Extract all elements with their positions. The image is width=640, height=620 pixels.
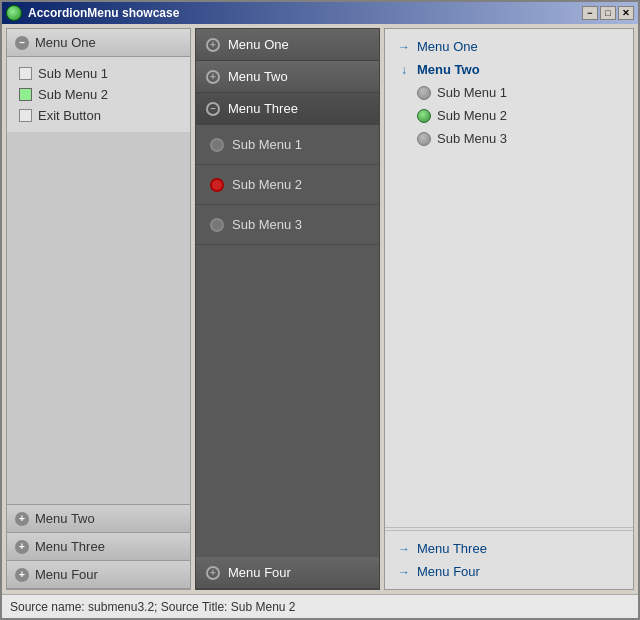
left-menu-one-label: Menu One <box>35 35 96 50</box>
status-bar: Source name: submenu3.2; Source Title: S… <box>2 594 638 618</box>
right-menu-four-item[interactable]: → Menu Four <box>393 560 625 583</box>
right-panel: → Menu One ↓ Menu Two Sub Menu 1 Sub Men… <box>384 28 634 590</box>
green-circle-icon <box>417 109 431 123</box>
mid-menu-one-label: Menu One <box>228 37 289 52</box>
left-menu-three-label: Menu Three <box>35 539 105 554</box>
list-item[interactable]: Sub Menu 2 <box>413 104 625 127</box>
submenu1-checkbox[interactable] <box>19 67 32 80</box>
left-menu-four-header[interactable]: + Menu Four <box>7 561 190 589</box>
list-item[interactable]: Sub Menu 3 <box>413 127 625 150</box>
plus-icon: + <box>206 38 220 52</box>
mid-menu-one-header[interactable]: + Menu One <box>196 29 379 61</box>
radio-icon <box>210 138 224 152</box>
plus-icon: + <box>206 70 220 84</box>
list-item[interactable]: Sub Menu 1 <box>413 81 625 104</box>
list-item[interactable]: Sub Menu 2 <box>196 165 379 205</box>
mid-menu-three-submenu: Sub Menu 1 Sub Menu 2 Sub Menu 3 <box>196 125 379 245</box>
grey-circle-icon <box>417 132 431 146</box>
close-button[interactable]: ✕ <box>618 6 634 20</box>
right-menu-four-label: Menu Four <box>417 564 480 579</box>
right-submenu2-label: Sub Menu 2 <box>437 108 507 123</box>
grey-circle-icon <box>417 86 431 100</box>
mid-submenu1-label: Sub Menu 1 <box>232 137 302 152</box>
mid-menu-two-label: Menu Two <box>228 69 288 84</box>
radio-active-icon <box>210 178 224 192</box>
plus-icon: + <box>15 568 29 582</box>
window-controls: − □ ✕ <box>582 6 634 20</box>
mid-menu-four-label: Menu Four <box>228 565 291 580</box>
right-submenu3-label: Sub Menu 3 <box>437 131 507 146</box>
exit-label: Exit Button <box>38 108 101 123</box>
mid-menu-two-header[interactable]: + Menu Two <box>196 61 379 93</box>
main-content: – Menu One Sub Menu 1 Sub Menu 2 Exit Bu… <box>2 24 638 594</box>
mid-spacer <box>196 245 379 557</box>
exit-checkbox[interactable] <box>19 109 32 122</box>
list-item[interactable]: Sub Menu 1 <box>196 125 379 165</box>
left-menu-two-header[interactable]: + Menu Two <box>7 505 190 533</box>
left-menu-one-header[interactable]: – Menu One <box>7 29 190 57</box>
list-item[interactable]: Exit Button <box>15 105 182 126</box>
mid-menu-three-header[interactable]: – Menu Three <box>196 93 379 125</box>
title-bar: AccordionMenu showcase − □ ✕ <box>2 2 638 24</box>
plus-icon: + <box>206 566 220 580</box>
arrow-down-icon: ↓ <box>397 63 411 77</box>
right-menu-one-item[interactable]: → Menu One <box>393 35 625 58</box>
arrow-right-icon: → <box>397 542 411 556</box>
submenu2-label: Sub Menu 2 <box>38 87 108 102</box>
arrow-right-icon: → <box>397 565 411 579</box>
left-menu-one-body: Sub Menu 1 Sub Menu 2 Exit Button <box>7 57 190 132</box>
left-menu-four-label: Menu Four <box>35 567 98 582</box>
minimize-button[interactable]: − <box>582 6 598 20</box>
right-menu-two-item[interactable]: ↓ Menu Two <box>393 58 625 81</box>
app-icon <box>6 5 22 21</box>
list-item[interactable]: Sub Menu 1 <box>15 63 182 84</box>
right-bottom-section: → Menu Three → Menu Four <box>385 530 633 589</box>
restore-button[interactable]: □ <box>600 6 616 20</box>
left-bottom-headers: + Menu Two + Menu Three + Menu Four <box>7 504 190 589</box>
plus-icon: + <box>15 540 29 554</box>
right-top-section: → Menu One ↓ Menu Two Sub Menu 1 Sub Men… <box>385 29 633 525</box>
left-menu-two-label: Menu Two <box>35 511 95 526</box>
plus-icon: + <box>15 512 29 526</box>
main-window: AccordionMenu showcase − □ ✕ – Menu One … <box>0 0 640 620</box>
left-menu-three-header[interactable]: + Menu Three <box>7 533 190 561</box>
arrow-right-icon: → <box>397 40 411 54</box>
status-text: Source name: submenu3.2; Source Title: S… <box>10 600 296 614</box>
list-item[interactable]: Sub Menu 2 <box>15 84 182 105</box>
radio-icon <box>210 218 224 232</box>
middle-panel: + Menu One + Menu Two – Menu Three Sub M… <box>195 28 380 590</box>
right-divider <box>385 527 633 528</box>
submenu1-label: Sub Menu 1 <box>38 66 108 81</box>
left-accordion-section: – Menu One Sub Menu 1 Sub Menu 2 Exit Bu… <box>7 29 190 504</box>
right-menu-three-label: Menu Three <box>417 541 487 556</box>
right-submenu: Sub Menu 1 Sub Menu 2 Sub Menu 3 <box>393 81 625 150</box>
right-menu-two-label: Menu Two <box>417 62 480 77</box>
right-submenu1-label: Sub Menu 1 <box>437 85 507 100</box>
left-panel: – Menu One Sub Menu 1 Sub Menu 2 Exit Bu… <box>6 28 191 590</box>
window-title: AccordionMenu showcase <box>28 6 582 20</box>
mid-submenu2-label: Sub Menu 2 <box>232 177 302 192</box>
minus-icon: – <box>206 102 220 116</box>
list-item[interactable]: Sub Menu 3 <box>196 205 379 245</box>
mid-menu-three-label: Menu Three <box>228 101 298 116</box>
minus-icon: – <box>15 36 29 50</box>
mid-submenu3-label: Sub Menu 3 <box>232 217 302 232</box>
right-menu-three-item[interactable]: → Menu Three <box>393 537 625 560</box>
mid-menu-four-header[interactable]: + Menu Four <box>196 557 379 589</box>
submenu2-checkbox[interactable] <box>19 88 32 101</box>
right-menu-one-label: Menu One <box>417 39 478 54</box>
